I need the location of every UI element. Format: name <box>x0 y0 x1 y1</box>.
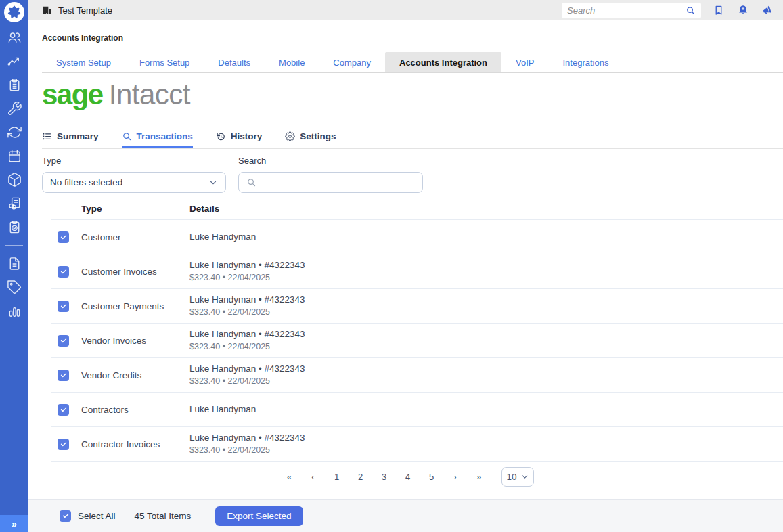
document-coins-icon <box>7 196 22 211</box>
check-icon <box>60 302 68 310</box>
history-icon <box>216 131 226 141</box>
sidebar-item-invoices[interactable] <box>7 196 22 211</box>
transactions-search-input[interactable] <box>262 177 415 187</box>
subtab-history[interactable]: History <box>216 127 263 148</box>
sidebar-item-calendar[interactable] <box>7 148 22 164</box>
sidebar-item-recurring[interactable] <box>7 125 22 140</box>
tab-accounts-integration[interactable]: Accounts Integration <box>385 52 501 72</box>
wrench-icon <box>7 101 22 116</box>
subtab-summary[interactable]: Summary <box>42 127 99 148</box>
row-detail-line2: $323.40 • 22/04/2025 <box>189 341 783 353</box>
table-row: Vendor Invoices Luke Handyman • #4322343… <box>51 324 783 358</box>
announcements-button[interactable] <box>761 4 774 16</box>
calendar-icon <box>7 148 22 164</box>
bar-chart-icon <box>7 303 22 319</box>
sidebar-item-pricing[interactable] <box>7 280 22 295</box>
sidebar-item-people[interactable] <box>7 30 22 45</box>
row-checkbox[interactable] <box>58 335 69 347</box>
sidebar-item-documents[interactable] <box>7 256 22 271</box>
row-detail-line2: $323.40 • 22/04/2025 <box>189 376 783 388</box>
row-checkbox[interactable] <box>58 370 69 381</box>
tab-voip[interactable]: VoIP <box>501 52 548 72</box>
sidebar-item-sales[interactable] <box>7 53 22 69</box>
column-header-details: Details <box>189 204 783 214</box>
app-window: » Test Template <box>0 0 783 532</box>
select-all-checkbox[interactable] <box>60 510 71 522</box>
building-icon <box>42 5 53 16</box>
table-header: Type Details <box>51 198 783 220</box>
type-filter-select[interactable]: No filters selected <box>42 172 226 193</box>
sync-icon <box>7 125 22 140</box>
search-input[interactable] <box>567 5 686 16</box>
row-type: Customer Invoices <box>81 267 189 277</box>
pagination-page-5[interactable]: 5 <box>420 472 443 482</box>
page-title: Test Template <box>58 5 112 16</box>
integration-subtabs: Summary Transactions History Setting <box>42 127 783 149</box>
pagination-page-4[interactable]: 4 <box>396 472 420 482</box>
row-checkbox[interactable] <box>58 439 69 450</box>
pagination-first[interactable]: « <box>277 472 301 482</box>
subtab-label: History <box>231 131 263 141</box>
row-checkbox[interactable] <box>58 301 69 312</box>
row-checkbox[interactable] <box>58 404 69 416</box>
filter-bar: Type No filters selected Search <box>42 156 423 193</box>
sidebar-item-reports[interactable] <box>7 303 22 319</box>
page-size-select[interactable]: 10 <box>501 467 534 487</box>
notifications-button[interactable] <box>737 4 749 16</box>
column-header-type: Type <box>81 204 189 214</box>
export-selected-button[interactable]: Export Selected <box>215 506 303 526</box>
tab-mobile[interactable]: Mobile <box>265 52 319 72</box>
breadcrumb: Accounts Integration <box>42 33 123 43</box>
tab-defaults[interactable]: Defaults <box>204 52 265 72</box>
main-content: Accounts Integration System Setup Forms … <box>28 20 783 532</box>
check-icon <box>60 336 68 345</box>
tab-system-setup[interactable]: System Setup <box>42 52 125 72</box>
sidebar-item-parts[interactable] <box>7 172 22 187</box>
pagination-page-2[interactable]: 2 <box>349 472 372 482</box>
select-all-label[interactable]: Select All <box>78 511 116 521</box>
row-detail-line1: Luke Handyman • #4322343 <box>189 259 783 272</box>
pagination-page-1[interactable]: 1 <box>325 472 349 482</box>
chevron-down-icon <box>208 178 218 187</box>
pagination-last[interactable]: » <box>467 472 491 482</box>
row-checkbox[interactable] <box>58 266 69 278</box>
sidebar-item-tasks[interactable] <box>7 219 22 235</box>
app-logo[interactable] <box>4 2 24 22</box>
table-row: Customer Invoices Luke Handyman • #43223… <box>51 254 783 289</box>
tab-forms-setup[interactable]: Forms Setup <box>125 52 204 72</box>
bell-plus-icon <box>737 4 749 16</box>
row-detail-line2: $323.40 • 22/04/2025 <box>189 307 783 319</box>
table-row: Contractor Invoices Luke Handyman • #432… <box>51 427 783 462</box>
clipboard-icon <box>7 77 22 93</box>
sidebar-item-jobs[interactable] <box>7 77 22 93</box>
row-type: Customer <box>81 232 189 242</box>
chevron-down-icon <box>520 472 529 481</box>
row-type: Customer Payments <box>81 301 189 311</box>
row-type: Contractor Invoices <box>81 439 189 449</box>
topbar-actions <box>713 4 774 16</box>
people-icon <box>7 30 22 45</box>
tab-integrations[interactable]: Integrations <box>548 52 623 72</box>
check-icon <box>60 267 68 275</box>
subtab-label: Summary <box>57 131 99 141</box>
subtab-label: Settings <box>300 131 336 141</box>
pagination-page-3[interactable]: 3 <box>372 472 396 482</box>
pagination-next[interactable]: › <box>443 472 467 482</box>
search-icon[interactable] <box>686 5 696 16</box>
pagination-prev[interactable]: ‹ <box>301 472 325 482</box>
bookmark-button[interactable] <box>713 4 725 16</box>
subtab-settings[interactable]: Settings <box>285 127 336 148</box>
row-detail-line1: Luke Handyman • #4322343 <box>189 432 783 445</box>
subtab-transactions[interactable]: Transactions <box>122 127 193 148</box>
check-icon <box>60 371 68 379</box>
sidebar-expand-button[interactable]: » <box>0 515 28 532</box>
row-checkbox[interactable] <box>58 231 69 243</box>
tab-company[interactable]: Company <box>319 52 385 72</box>
star-logo-icon <box>7 5 22 20</box>
sage-intacct-logo: sageIntacct <box>42 79 190 111</box>
table-row: Contractors Luke Handyman <box>51 393 783 427</box>
clipboard-check-icon <box>7 219 22 235</box>
selection-footer: Select All 45 Total Items Export Selecte… <box>28 499 783 532</box>
sidebar-item-service[interactable] <box>7 101 22 116</box>
row-detail-line1: Luke Handyman • #4322343 <box>189 328 783 341</box>
